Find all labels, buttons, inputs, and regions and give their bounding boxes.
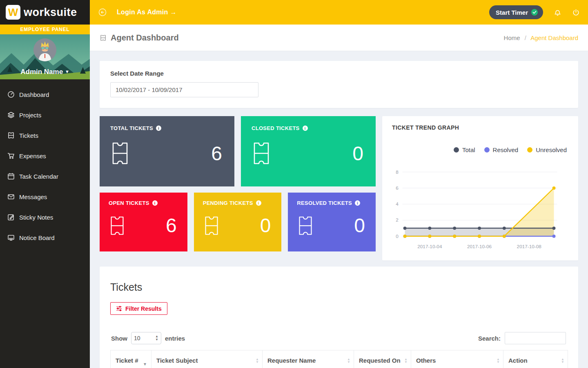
sort-icon: ▲▼ [256,358,259,364]
sidebar-item-expenses[interactable]: Expenses [0,146,90,166]
filter-sliders-icon [116,305,122,312]
svg-text:8: 8 [396,169,399,175]
svg-text:4: 4 [396,201,399,206]
sidebar-item-label: Messages [19,193,47,200]
filter-results-label: Filter Results [125,305,162,312]
filter-results-button[interactable]: Filter Results [110,302,167,315]
legend-item-total[interactable]: Total [454,146,475,153]
date-range-input[interactable] [110,82,258,97]
sidebar-item-messages[interactable]: Messages [0,186,90,207]
page-content: Select Date Range TOTAL TICKETS i 6 [90,51,588,368]
stat-value: 6 [211,142,222,165]
svg-text:2: 2 [396,217,399,222]
stat-value: 0 [260,214,271,237]
tickets-table: Ticket # ▼ Ticket Subject ▲▼ Requester N… [110,350,568,368]
page-title: Agent Dashboard [100,33,179,43]
stat-value: 0 [354,214,365,237]
legend-dot [484,147,490,153]
ticket-icon [110,216,124,236]
stat-label: OPEN TICKETS [109,200,149,206]
stat-value: 0 [352,142,363,165]
info-icon[interactable]: i [156,126,161,131]
avatar-illustration [33,38,56,61]
profile-widget: Admin Name ▼ [0,34,90,79]
sort-icon: ▲▼ [404,358,408,364]
dashboard-icon [7,91,15,98]
login-as-admin-link[interactable]: Login As Admin → [117,9,177,16]
ticket-icon [205,216,218,236]
sidebar-item-sticky-notes[interactable]: Sticky Notes [0,207,90,227]
breadcrumb-home-link[interactable]: Home [504,34,520,41]
logo[interactable]: W worksuite [0,0,90,25]
app-root: W worksuite EMPLOYEE PANEL [0,0,588,368]
logout-button[interactable] [572,9,580,16]
column-header-requested-on[interactable]: Requested On ▲▼ [354,350,411,368]
employee-panel-label: EMPLOYEE PANEL [0,25,90,34]
stat-value: 6 [166,214,177,237]
bell-icon [554,9,561,16]
logo-text: worksuite [24,6,77,19]
breadcrumb-current: Agent Dashboard [530,34,578,41]
profile-name: Admin Name [20,68,63,76]
legend-item-resolved[interactable]: Resolved [484,146,519,153]
sort-icon: ▲▼ [497,358,500,364]
page-length-control: Show 10 ▲▼ entries [111,332,185,344]
sidebar-item-task-calendar[interactable]: Task Calendar [0,166,90,186]
edit-note-icon [7,213,15,221]
column-header-action[interactable]: Action ▲▼ [503,350,568,368]
notifications-button[interactable] [554,9,561,16]
start-timer-button[interactable]: Start Timer [489,5,543,19]
stat-label: PENDING TICKETS [203,200,253,206]
legend-label: Resolved [493,146,519,153]
sidebar-item-tickets[interactable]: Tickets [0,125,90,146]
stat-card-closed-tickets: CLOSED TICKETS i 0 [241,116,376,186]
column-header-ticket-number[interactable]: Ticket # ▼ [111,350,151,368]
search-label: Search: [478,335,501,342]
stat-card-total-tickets: TOTAL TICKETS i 6 [100,116,234,186]
check-circle-icon [531,9,538,16]
sidebar-collapse-button[interactable] [98,8,107,17]
login-as-admin-label: Login As Admin [117,9,168,16]
info-icon[interactable]: i [355,200,360,206]
show-label: Show [111,335,127,342]
column-header-requester[interactable]: Requester Name ▲▼ [263,350,354,368]
legend-dot [454,147,459,153]
sidebar-item-label: Projects [19,112,41,119]
arrow-right-icon: → [170,9,176,16]
stat-card-resolved-tickets: RESOLVED TICKETS i 0 [288,193,376,251]
sidebar-item-label: Dashboard [19,91,49,98]
power-icon [572,9,580,16]
column-header-others[interactable]: Others ▲▼ [411,350,503,368]
sidebar-item-projects[interactable]: Projects [0,105,90,125]
column-header-subject[interactable]: Ticket Subject ▲▼ [151,350,263,368]
svg-text:0: 0 [396,233,399,239]
ticket-icon [253,142,270,165]
info-icon[interactable]: i [303,126,308,131]
sidebar-item-label: Notice Board [19,234,55,241]
profile-name-dropdown[interactable]: Admin Name ▼ [0,68,90,76]
date-range-card: Select Date Range [100,61,578,108]
search-input[interactable] [505,332,566,344]
sidebar-item-label: Sticky Notes [19,214,53,221]
envelope-icon [7,193,15,200]
ticket-trend-card: TICKET TREND GRAPH Total Resolved Unreso… [382,116,578,260]
legend-item-unresolved[interactable]: Unresolved [527,146,567,153]
topbar: Login As Admin → Start Timer [90,0,588,25]
sidebar-item-dashboard[interactable]: Dashboard [0,84,90,105]
svg-text:2017-10-06: 2017-10-06 [467,244,492,249]
stat-label: RESOLVED TICKETS [297,200,352,206]
sidebar-item-label: Tickets [19,132,38,139]
page-length-select[interactable]: 10 [131,332,161,344]
stat-label: CLOSED TICKETS [252,125,300,131]
avatar[interactable] [33,38,56,61]
chart-legend: Total Resolved Unresolved [392,146,567,153]
table-search: Search: [478,332,566,344]
legend-dot [527,147,532,153]
ticket-icon [7,132,15,139]
info-icon[interactable]: i [256,200,261,206]
stat-cards: TOTAL TICKETS i 6 CLOSED TICKETS i [100,116,376,260]
sidebar-item-notice-board[interactable]: Notice Board [0,227,90,248]
sidebar-item-label: Expenses [19,153,46,159]
sort-desc-icon: ▼ [143,362,147,366]
info-icon[interactable]: i [152,200,158,206]
